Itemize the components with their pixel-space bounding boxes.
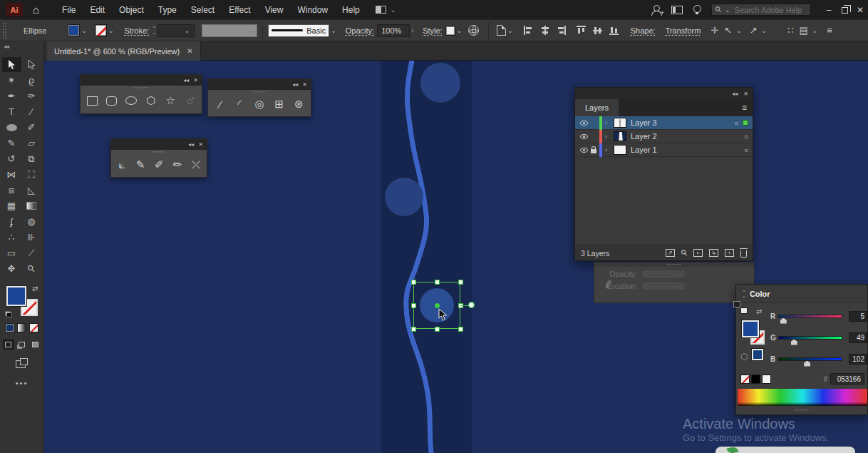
close-icon[interactable]: ✕ — [193, 77, 198, 83]
selection-handle-s[interactable] — [435, 327, 440, 332]
new-sublayer-icon[interactable]: ↳ — [709, 249, 718, 257]
path-eraser-tool-icon[interactable]: ✏ — [170, 157, 185, 173]
gradient-button[interactable] — [17, 323, 26, 332]
expand-chevron-icon[interactable]: › — [605, 133, 612, 140]
menu-window[interactable]: Window — [290, 1, 335, 19]
chevron-down-icon[interactable]: ⌄ — [108, 27, 114, 34]
last-color-swatch[interactable] — [752, 349, 763, 360]
tool-zoom[interactable]: ⚲ — [22, 261, 41, 276]
app-logo-icon[interactable]: Ai — [6, 3, 23, 16]
tool-type[interactable]: T — [2, 104, 21, 119]
tool-shape-builder[interactable]: ⧈ — [2, 183, 21, 198]
restore-button[interactable] — [837, 0, 852, 19]
live-shape-handle[interactable] — [468, 302, 475, 308]
transform-label[interactable]: Transform — [666, 26, 701, 35]
out-of-gamut-cube-icon[interactable]: ⬡ — [740, 352, 748, 362]
align-top-icon[interactable] — [577, 26, 586, 35]
draw-behind-button[interactable] — [16, 339, 28, 350]
color-fill-swatch[interactable] — [742, 320, 759, 337]
close-icon[interactable]: ✕ — [302, 81, 307, 88]
star-tool-icon[interactable]: ☆ — [162, 93, 178, 108]
menu-select[interactable]: Select — [184, 1, 222, 19]
layer-row-3[interactable]: › Layer 3 ○ — [575, 116, 753, 130]
fill-proxy-swatch[interactable] — [6, 286, 26, 306]
expand-chevron-icon[interactable]: › — [605, 146, 612, 153]
fill-color-swatch[interactable] — [68, 24, 80, 36]
menu-edit[interactable]: Edit — [83, 1, 112, 19]
workspace-switcher-icon[interactable]: ∷ — [787, 25, 793, 36]
swap-fill-stroke-icon[interactable]: ⇄ — [32, 285, 38, 292]
layer-row-2[interactable]: › Layer 2 ○ — [575, 130, 753, 143]
target-circle-icon[interactable]: ○ — [734, 119, 738, 127]
tool-selection[interactable] — [2, 57, 21, 72]
discover-lightbulb-icon[interactable] — [693, 5, 701, 15]
recolor-artwork-icon[interactable] — [468, 25, 479, 36]
style-label[interactable]: Style: — [423, 26, 443, 35]
help-search-box[interactable]: ⚲ ⌄ — [711, 4, 811, 16]
polygon-tool-icon[interactable]: ⬡ — [143, 93, 159, 108]
chevron-down-icon[interactable]: ⌄ — [736, 27, 742, 34]
arrange-documents-button[interactable]: ⌄ — [376, 6, 398, 14]
selection-handle-w[interactable] — [411, 303, 416, 308]
control-bar-grip[interactable] — [3, 23, 6, 39]
blue-slider-thumb[interactable] — [804, 361, 810, 367]
delete-layer-icon[interactable] — [740, 249, 747, 258]
graphic-style-swatch[interactable] — [445, 26, 455, 36]
green-slider-track[interactable] — [778, 336, 842, 340]
layer-thumbnail[interactable] — [614, 145, 626, 155]
tool-gradient[interactable] — [22, 198, 41, 213]
close-icon[interactable]: ✕ — [198, 141, 203, 148]
opacity-value-field[interactable]: 100% — [377, 24, 410, 37]
layer-name[interactable]: Layer 1 — [631, 146, 657, 154]
selection-handle-n[interactable] — [435, 280, 440, 285]
draw-inside-button[interactable] — [30, 339, 41, 350]
tool-direct-selection[interactable] — [22, 57, 41, 72]
rectangle-tool-icon[interactable] — [84, 93, 100, 108]
panel-menu-icon[interactable]: ≡ — [742, 103, 753, 113]
align-center-icon[interactable] — [540, 26, 549, 35]
tool-magic-wand[interactable]: ✶ — [2, 73, 21, 88]
tool-slice[interactable]: ⟋ — [22, 245, 41, 260]
chevron-down-icon[interactable]: ⌄ — [457, 27, 463, 34]
tool-artboard[interactable]: ▭ — [2, 245, 21, 260]
layer-name[interactable]: Layer 3 — [631, 118, 657, 127]
layer-thumbnail[interactable] — [614, 118, 626, 128]
selection-handle-ne[interactable] — [458, 280, 463, 285]
tool-ellipse[interactable] — [2, 120, 21, 135]
tool-rotate[interactable]: ↺ — [2, 151, 21, 166]
screen-mode-button[interactable] — [16, 358, 28, 367]
selection-center-point[interactable] — [435, 303, 440, 308]
tool-hand[interactable]: ✥ — [2, 261, 21, 276]
dock-panels-icon[interactable]: ▤ — [799, 25, 807, 36]
selection-color-chip[interactable] — [743, 120, 748, 126]
home-icon[interactable]: ⌂ — [33, 4, 39, 16]
pencil-tearoff-panel[interactable]: ◂◂ ✕ ▪▪▪▪▪ ⟀ ✎ ✐ ✏ ⤫ — [110, 138, 207, 178]
document-tab[interactable]: Untitled-1* @ 600 % (RGB/Preview) ✕ — [47, 41, 201, 61]
collapse-icon[interactable]: ◂◂ — [183, 77, 189, 83]
new-layer-icon[interactable]: + — [725, 249, 734, 257]
target-circle-icon[interactable]: ○ — [744, 146, 748, 154]
selection-handle-sw[interactable] — [411, 327, 416, 332]
none-button[interactable] — [29, 323, 38, 332]
menu-help[interactable]: Help — [335, 1, 367, 19]
tools-panel-collapse-icon[interactable]: ◂◂ — [0, 41, 43, 51]
expand-chevron-icon[interactable]: › — [605, 119, 612, 126]
opacity-label[interactable]: Opacity: — [346, 26, 374, 35]
menu-type[interactable]: Type — [151, 1, 184, 19]
red-slider-thumb[interactable] — [780, 318, 787, 324]
default-fill-stroke-icon[interactable] — [5, 311, 12, 317]
collapse-icon[interactable]: ◂◂ — [188, 141, 194, 148]
tool-eraser[interactable]: ▱ — [22, 136, 41, 151]
shapes-tearoff-panel[interactable]: ◂◂ ✕ ▪▪▪▪▪▪ ⬡ ☆ ◌̇ — [80, 74, 202, 114]
tool-column-graph[interactable]: ⊪ — [22, 230, 41, 245]
collapse-icon[interactable]: ◂◂ — [292, 81, 298, 88]
color-button[interactable] — [5, 323, 14, 332]
swap-colors-icon[interactable]: ⇄ — [756, 307, 762, 315]
color-panel[interactable]: ⌃⌄ Color ⇄ ⬡ R 5 G 49 B — [735, 284, 868, 415]
color-panel-title[interactable]: Color — [750, 290, 770, 298]
black-swatch[interactable] — [751, 375, 760, 384]
stroke-weight-dropdown[interactable]: ⌄ — [157, 24, 195, 37]
layers-panel[interactable]: ◂◂ ✕ Layers ≡ › Layer 3 ○ › Layer 2 ○ — [574, 87, 753, 261]
free-transform-icon[interactable]: ✛ — [711, 25, 718, 36]
windows-notification-toast[interactable] — [715, 447, 855, 453]
